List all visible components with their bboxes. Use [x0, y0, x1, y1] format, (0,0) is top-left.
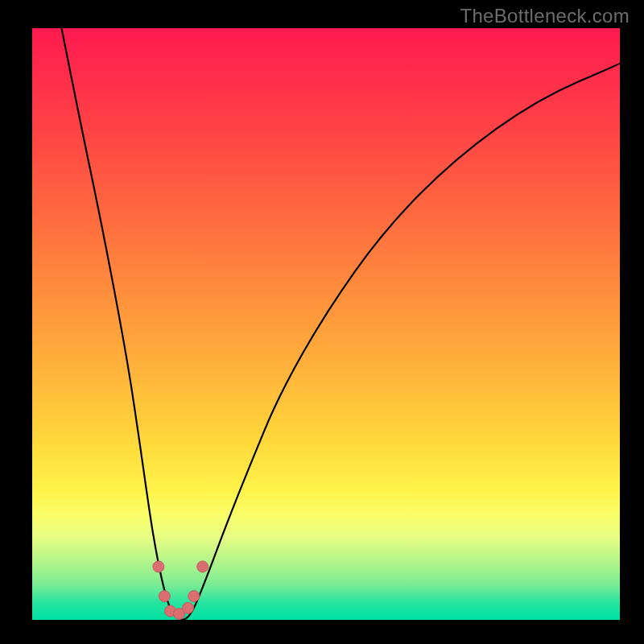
curve-marker	[188, 591, 200, 602]
curve-marker	[197, 561, 208, 572]
curve-markers	[153, 561, 208, 620]
watermark-text: TheBottleneck.com	[460, 5, 630, 27]
curve-marker	[183, 602, 194, 613]
curve-marker	[153, 561, 164, 572]
curve-marker	[159, 591, 170, 602]
chart-frame: TheBottleneck.com	[0, 0, 644, 644]
plot-area	[32, 28, 620, 620]
curve-svg	[32, 28, 620, 620]
bottleneck-curve	[62, 28, 621, 620]
